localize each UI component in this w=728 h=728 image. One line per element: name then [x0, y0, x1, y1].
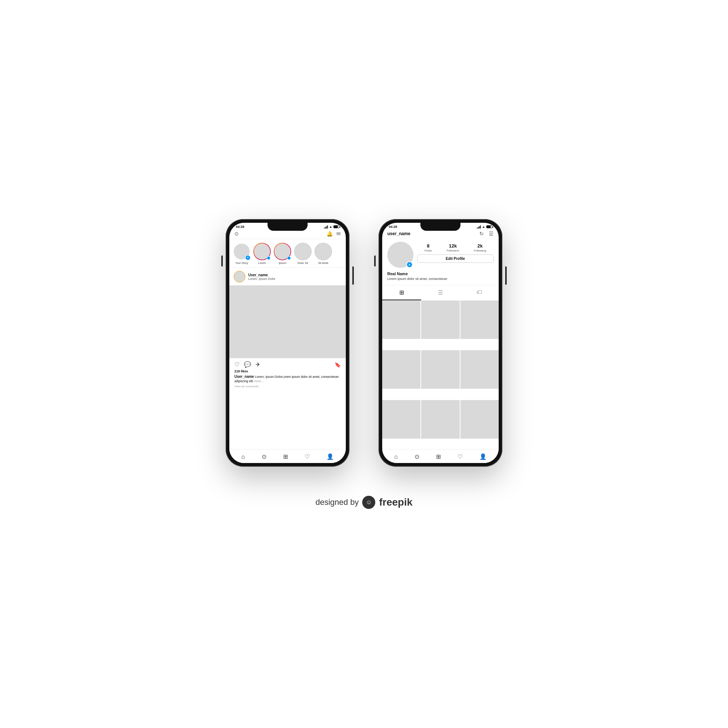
menu-icon[interactable]: ☰ — [489, 231, 494, 237]
profile-tabs: ⊞ ☰ 🏷 — [382, 285, 499, 301]
stat-following-label: Following — [474, 249, 486, 252]
grid-item[interactable] — [421, 301, 459, 339]
bottom-nav-1: ⌂ ⊙ ⊞ ♡ 👤 — [229, 449, 346, 463]
stats-row: 8 Posts 12k Followers 2k Following — [417, 243, 494, 252]
nav-profile-icon[interactable]: 👤 — [327, 453, 334, 460]
grid-item[interactable] — [382, 301, 421, 339]
post-caption-more[interactable]: more... — [254, 379, 263, 383]
nav-home-icon[interactable]: ⌂ — [241, 454, 245, 460]
stat-followers: 12k Followers — [447, 243, 459, 252]
edit-profile-button[interactable]: Edit Profile — [417, 254, 494, 263]
nav-profile-icon-2[interactable]: 👤 — [479, 453, 487, 460]
post-user-row: User_name Lorem, Ipsum Dolor — [229, 268, 346, 285]
story-avatar — [295, 243, 311, 260]
signal-bar — [479, 226, 480, 229]
signal-bar — [477, 228, 477, 229]
phone-profile-screen: 04:28 ▲ user_name — [382, 223, 499, 463]
feed-header-right: 🔔 ✉ — [327, 231, 341, 237]
story-item-lorem[interactable]: Lorem — [253, 243, 271, 265]
notification-icon[interactable]: 🔔 — [327, 231, 333, 237]
status-time-2: 04:28 — [389, 225, 397, 229]
signal-bar — [326, 226, 327, 229]
battery-icon-2 — [486, 225, 492, 228]
phones-container: 04:28 ▲ ⊙ 🔔 — [226, 219, 502, 466]
grid-item[interactable] — [460, 400, 499, 438]
nav-add-icon-2[interactable]: ⊞ — [436, 453, 441, 460]
story-dot — [267, 256, 271, 260]
phone-feed-screen: 04:28 ▲ ⊙ 🔔 — [229, 223, 346, 463]
comment-icon[interactable]: 💬 — [244, 361, 251, 368]
story-item-dolor-sit[interactable]: Dolor Sit — [294, 243, 312, 265]
wifi-icon: ▲ — [329, 225, 332, 229]
post-subtitle: Lorem, Ipsum Dolor — [248, 277, 341, 281]
tab-list[interactable]: ☰ — [421, 285, 460, 300]
stat-following: 2k Following — [474, 243, 486, 252]
camera-icon[interactable]: ⊙ — [234, 231, 239, 237]
story-avatar — [315, 243, 331, 260]
bottom-nav-2: ⌂ ⊙ ⊞ ♡ 👤 — [382, 449, 499, 463]
tab-tagged[interactable]: 🏷 — [460, 285, 499, 300]
story-item-your-story[interactable]: + Your Story — [233, 243, 251, 265]
story-label-ipsum: Ipsum — [279, 262, 286, 265]
stat-followers-number: 12k — [449, 243, 457, 249]
story-avatar-wrap — [315, 243, 332, 260]
freepik-logo-icon: ☺ — [362, 496, 375, 509]
tab-grid[interactable]: ⊞ — [382, 285, 421, 300]
story-avatar-wrap: + — [233, 243, 251, 260]
profile-avatar-wrap: + — [387, 242, 413, 268]
phone-feed: 04:28 ▲ ⊙ 🔔 — [226, 219, 349, 466]
nav-search-icon[interactable]: ⊙ — [262, 453, 266, 460]
post-caption-username[interactable]: User_name — [234, 375, 254, 379]
story-label-dolor-sit: Dolor Sit — [298, 262, 308, 265]
stat-followers-label: Followers — [447, 249, 459, 252]
post-actions-left: ♡ 💬 ✈ — [234, 361, 260, 368]
nav-add-icon[interactable]: ⊞ — [283, 453, 288, 460]
notch-2 — [421, 223, 460, 231]
phone-profile: 04:28 ▲ user_name — [379, 219, 502, 466]
story-item-sit-amet[interactable]: Sit Amet — [315, 243, 332, 265]
post-image — [229, 285, 346, 358]
post-user-info: User_name Lorem, Ipsum Dolor — [248, 273, 341, 281]
notch-1 — [268, 223, 307, 231]
grid-item[interactable] — [421, 400, 459, 438]
like-icon[interactable]: ♡ — [234, 361, 240, 368]
story-avatar-wrap — [294, 243, 312, 260]
nav-heart-icon[interactable]: ♡ — [305, 453, 310, 460]
profile-plus-icon[interactable]: + — [406, 262, 413, 268]
share-icon[interactable]: ✈ — [255, 361, 260, 368]
grid-item[interactable] — [460, 350, 499, 388]
grid-item[interactable] — [382, 400, 421, 438]
stat-posts: 8 Posts — [424, 243, 432, 252]
post-likes: 218 likes — [229, 369, 346, 374]
signal-bar — [325, 227, 326, 229]
story-avatar-wrap — [253, 243, 271, 260]
stat-posts-label: Posts — [424, 249, 432, 252]
post-comments-link[interactable]: View all comments — [229, 385, 346, 390]
battery-icon — [333, 225, 339, 228]
nav-heart-icon-2[interactable]: ♡ — [457, 453, 463, 460]
footer-brand-name: freepik — [379, 497, 412, 508]
grid-item[interactable] — [421, 350, 459, 388]
nav-search-icon-2[interactable]: ⊙ — [414, 453, 419, 460]
story-dot — [287, 256, 291, 260]
post-actions: ♡ 💬 ✈ 🔖 — [229, 358, 346, 369]
tag-icon: 🏷 — [476, 289, 482, 295]
feed-header: ⊙ 🔔 ✉ — [229, 229, 346, 239]
send-icon[interactable]: ✉ — [336, 231, 341, 237]
nav-home-icon-2[interactable]: ⌂ — [394, 454, 398, 460]
story-item-ipsum[interactable]: Ipsum — [274, 243, 291, 265]
post-username[interactable]: User_name — [248, 273, 341, 277]
refresh-icon[interactable]: ↻ — [479, 231, 484, 237]
story-label-sit-amet: Sit Amet — [318, 262, 328, 265]
wifi-icon-2: ▲ — [482, 225, 485, 229]
signal-bar — [324, 228, 325, 229]
bookmark-icon[interactable]: 🔖 — [335, 362, 341, 368]
grid-item[interactable] — [460, 301, 499, 339]
story-label-lorem: Lorem — [258, 262, 266, 265]
signal-bar — [327, 225, 328, 229]
status-icons-2: ▲ — [477, 225, 492, 229]
grid-item[interactable] — [382, 350, 421, 388]
profile-real-name: Real Name — [387, 272, 494, 276]
footer-designed-by: designed by — [316, 498, 359, 507]
post-caption: User_name Lorem, Ipsum DolorLorem ipsum … — [229, 374, 346, 385]
